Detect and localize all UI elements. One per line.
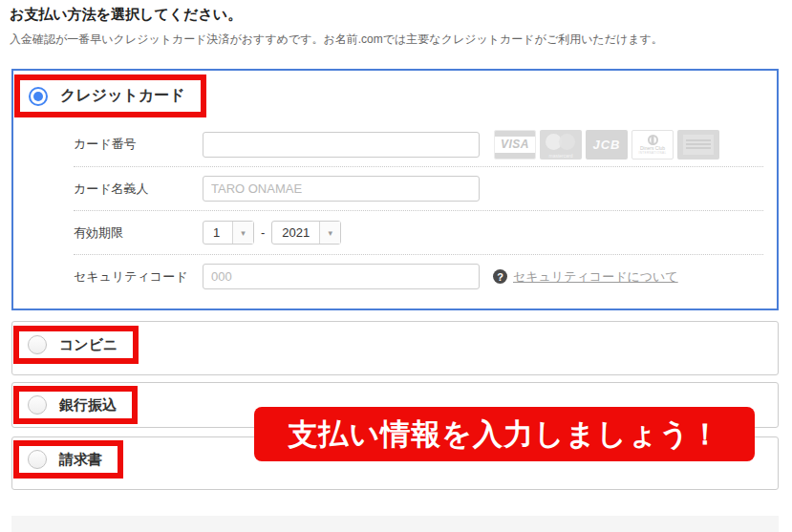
credit-card-section: クレジットカード カード番号 VISA mastercard xyxy=(11,69,779,310)
mastercard-text: mastercard xyxy=(540,153,582,159)
visa-card-icon: VISA xyxy=(494,130,536,160)
diners-club-card-icon: Diners Club INTERNATIONAL xyxy=(631,130,674,160)
page-title: お支払い方法を選択してください。 xyxy=(10,6,242,24)
security-code-label: セキュリティコード xyxy=(74,268,203,286)
card-brand-icons: VISA mastercard JCB Diners Club IN xyxy=(490,130,719,160)
mastercard-circle-right xyxy=(559,134,575,150)
expiry-month-value: 1 xyxy=(203,222,232,244)
bank-transfer-label: 銀行振込 xyxy=(59,396,117,415)
card-number-label: カード番号 xyxy=(74,136,203,153)
card-holder-row: カード名義人 xyxy=(74,166,763,210)
credit-card-radio[interactable] xyxy=(29,87,48,106)
visa-bottom-bar xyxy=(495,153,535,159)
credit-card-label: クレジットカード xyxy=(60,86,185,106)
payment-method-page: お支払い方法を選択してください。 入金確認が一番早いクレジットカード決済がおすす… xyxy=(0,0,792,532)
card-holder-label: カード名義人 xyxy=(74,181,203,198)
security-code-input[interactable] xyxy=(203,264,480,289)
expiry-year-value: 2021 xyxy=(272,222,319,244)
bank-transfer-annotation-box: 銀行振込 xyxy=(13,386,138,424)
konbini-annotation-box: コンビニ xyxy=(13,326,139,364)
diners-subtext: INTERNATIONAL xyxy=(639,152,667,155)
credit-card-annotation-box: クレジットカード xyxy=(14,74,206,117)
page-subtitle: 入金確認が一番早いクレジットカード決済がおすすめです。お名前.comでは主要なク… xyxy=(10,32,663,48)
chevron-down-icon: ▾ xyxy=(319,222,340,244)
diners-text: Diners Club xyxy=(640,146,665,151)
visa-top-bar xyxy=(495,131,535,137)
diners-logo-circle xyxy=(648,135,658,145)
invoice-label: 請求書 xyxy=(59,451,102,469)
invoice-radio[interactable] xyxy=(28,450,47,469)
konbini-label: コンビニ xyxy=(59,336,118,354)
security-code-help-link[interactable]: セキュリティコードについて xyxy=(513,268,678,286)
expiry-year-select[interactable]: 2021 ▾ xyxy=(271,221,341,245)
amex-card-icon xyxy=(677,130,719,160)
amex-inner-box xyxy=(683,135,714,155)
konbini-section: コンビニ xyxy=(11,321,779,375)
security-code-row: セキュリティコード ? セキュリティコードについて xyxy=(74,254,763,298)
annotation-banner: 支払い情報を入力しましょう！ xyxy=(254,407,755,461)
expiry-label: 有効期限 xyxy=(74,224,203,242)
chevron-down-icon: ▾ xyxy=(232,222,253,244)
bank-transfer-radio[interactable] xyxy=(28,395,47,415)
expiry-row: 有効期限 1 ▾ - 2021 ▾ xyxy=(74,210,763,254)
card-holder-input[interactable] xyxy=(203,176,480,202)
expiry-month-select[interactable]: 1 ▾ xyxy=(203,221,254,245)
mastercard-card-icon: mastercard xyxy=(540,130,582,160)
card-number-input[interactable] xyxy=(203,132,480,158)
next-section-bar xyxy=(11,516,779,532)
expiry-separator: - xyxy=(261,225,265,240)
jcb-text: JCB xyxy=(592,138,620,152)
question-mark-icon[interactable]: ? xyxy=(493,269,507,284)
credit-card-form: カード番号 VISA mastercard JCB xyxy=(74,122,763,298)
jcb-card-icon: JCB xyxy=(586,130,628,160)
visa-text: VISA xyxy=(495,138,535,150)
card-number-row: カード番号 VISA mastercard JCB xyxy=(74,122,763,166)
invoice-annotation-box: 請求書 xyxy=(13,440,123,479)
konbini-radio[interactable] xyxy=(28,335,47,354)
